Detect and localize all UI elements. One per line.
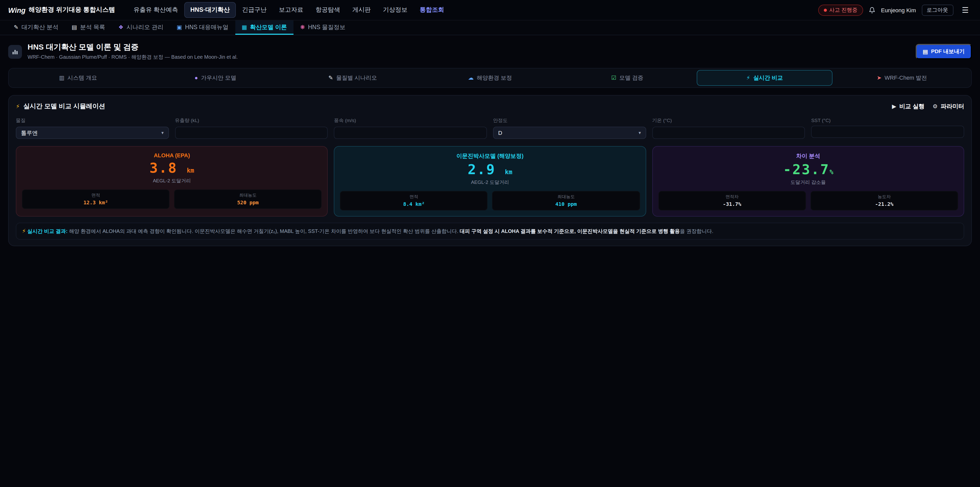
pencil-icon: ✎ <box>14 24 18 30</box>
section-tab-wrf-chem[interactable]: ➤ WRF-Chem 발전 <box>834 70 970 86</box>
tab-hns-substance-info[interactable]: ❋ HNS 물질정보 <box>293 21 352 35</box>
stat-value: 520 ppm <box>175 200 321 206</box>
result-card-lee-model: 이문진박사모델 (해양보정) 2.9 km AEGL-2 도달거리 면적 8.4… <box>334 146 646 217</box>
stat-row: 면적차 -31.7% 농도차 -21.2% <box>658 191 958 211</box>
chevron-down-icon: ▾ <box>638 130 641 135</box>
page-header: HNS 대기확산 모델 이론 및 검증 WRF-Chem · Gaussian … <box>0 35 980 66</box>
sim-header: ⚡ 실시간 모델 비교 시뮬레이션 ▶ 비교 실행 ⚙ 파라미터 <box>16 102 964 111</box>
field-label: 물질 <box>16 118 169 124</box>
tab-analysis-list[interactable]: ▤ 분석 목록 <box>65 21 112 35</box>
section-tab-label: WRF-Chem 발전 <box>885 74 927 82</box>
stat-label: 면적 <box>22 193 169 199</box>
field-sst: SST (°C) <box>811 118 964 139</box>
parameters-button[interactable]: ⚙ 파라미터 <box>932 103 964 110</box>
user-name: Eunjeong Kim <box>881 7 916 13</box>
tab-label: 분석 목록 <box>80 23 105 31</box>
logout-button[interactable]: 로그아웃 <box>921 4 953 16</box>
stat-concentration-diff: 농도차 -21.2% <box>811 191 958 211</box>
air-temp-input[interactable] <box>652 127 805 139</box>
nav-item-integrated-search[interactable]: 통합조회 <box>414 2 450 18</box>
result-card-difference: 차이 분석 -23.7% 도달거리 감소율 면적차 -31.7% 농도차 -21… <box>652 146 964 217</box>
stat-value: 410 ppm <box>493 201 639 207</box>
tab-hns-manual[interactable]: ▣ HNS 대응매뉴얼 <box>170 21 235 35</box>
pdf-export-button[interactable]: ▤ PDF 내보내기 <box>915 44 972 59</box>
incident-status-badge[interactable]: 사고 진행중 <box>818 4 863 16</box>
stat-value: 8.4 km² <box>341 201 487 207</box>
field-label: 안정도 <box>493 118 646 124</box>
nav-item-aerial-search[interactable]: 항공탐색 <box>309 2 346 18</box>
stat-max-concentration: 최대농도 410 ppm <box>492 191 640 211</box>
field-air-temp: 기온 (°C) <box>652 118 805 139</box>
page-chart-icon <box>8 45 22 59</box>
spill-volume-input[interactable] <box>175 127 328 139</box>
app-root: Wing 해양환경 위기대응 통합시스템 유출유 확산예측 HNS·대기확산 긴… <box>0 0 980 487</box>
run-comparison-button[interactable]: ▶ 비교 실행 <box>892 103 924 110</box>
stat-label: 농도차 <box>811 194 958 200</box>
app-title: 해양환경 위기대응 통합시스템 <box>29 6 115 14</box>
tab-atmos-analysis[interactable]: ✎ 대기확산 분석 <box>7 21 65 35</box>
check-icon: ☑ <box>611 75 616 81</box>
sim-title: ⚡ 실시간 모델 비교 시뮬레이션 <box>16 102 105 111</box>
rocket-icon: ➤ <box>877 75 881 81</box>
tab-label: 시나리오 관리 <box>127 23 163 31</box>
chevron-down-icon: ▾ <box>161 130 164 135</box>
section-tabs: ▥ 시스템 개요 ● 가우시안 모델 ✎ 물질별 시나리오 ☁ 해양환경 보정 … <box>8 68 972 88</box>
section-tab-gaussian-model[interactable]: ● 가우시안 모델 <box>148 70 283 86</box>
tab-dispersion-model-theory[interactable]: ▦ 확산모델 이론 <box>235 21 293 35</box>
section-tab-realtime-comparison[interactable]: ⚡ 실시간 비교 <box>697 70 832 86</box>
parameters-label: 파라미터 <box>941 103 964 110</box>
page-title: HNS 대기확산 모델 이론 및 검증 <box>27 42 238 52</box>
notification-bell-icon[interactable] <box>869 6 875 14</box>
result-card-aloha: ALOHA (EPA) 3.8 km AEGL-2 도달거리 면적 12.3 k… <box>16 146 328 217</box>
result-unit: km <box>187 167 194 174</box>
page-title-group: HNS 대기확산 모델 이론 및 검증 WRF-Chem · Gaussian … <box>27 42 238 61</box>
stat-label: 면적차 <box>659 194 805 200</box>
field-label: SST (°C) <box>811 118 964 123</box>
hamburger-menu-icon[interactable]: ☰ <box>959 5 972 15</box>
nav-item-board[interactable]: 게시판 <box>346 2 377 18</box>
stat-area: 면적 8.4 km² <box>340 191 488 211</box>
stat-value: 12.3 km² <box>22 200 169 206</box>
stat-value: -21.2% <box>811 201 958 207</box>
tab-label: HNS 물질정보 <box>308 23 345 31</box>
lightning-icon: ⚡ <box>22 228 26 234</box>
stat-label: 면적 <box>341 194 487 200</box>
incident-dot-icon <box>824 8 827 11</box>
logo-wing-icon: Wing <box>8 6 25 14</box>
section-tab-model-validation[interactable]: ☑ 모델 검증 <box>559 70 695 86</box>
page-subtitle: WRF-Chem · Gaussian Plume/Puff · ROMS · … <box>27 54 238 61</box>
result-unit: % <box>830 169 833 176</box>
result-caption: AEGL-2 도달거리 <box>22 178 322 185</box>
sst-input[interactable] <box>811 126 964 138</box>
nav-item-weather[interactable]: 기상정보 <box>377 2 414 18</box>
section-tab-label: 물질별 시나리오 <box>336 74 377 82</box>
section-tab-system-overview[interactable]: ▥ 시스템 개요 <box>10 70 146 86</box>
nav-item-reports[interactable]: 보고자료 <box>272 2 309 18</box>
substance-select[interactable]: 톨루엔 ▾ <box>16 127 169 139</box>
sim-actions: ▶ 비교 실행 ⚙ 파라미터 <box>892 103 964 110</box>
tab-label: 대기확산 분석 <box>21 23 58 31</box>
sim-title-text: 실시간 모델 비교 시뮬레이션 <box>23 102 105 111</box>
result-caption: AEGL-2 도달거리 <box>340 179 640 186</box>
tab-scenario-management[interactable]: ❖ 시나리오 관리 <box>112 21 170 35</box>
wind-speed-input[interactable] <box>334 127 487 139</box>
stability-select[interactable]: D ▾ <box>493 127 646 139</box>
nav-item-hns-dispersion[interactable]: HNS·대기확산 <box>184 2 236 18</box>
app-logo[interactable]: Wing 해양환경 위기대응 통합시스템 <box>8 6 115 14</box>
nav-item-oil-spill[interactable]: 유출유 확산예측 <box>127 2 184 18</box>
field-substance: 물질 톨루엔 ▾ <box>16 118 169 139</box>
note-text-emphasis: 대피 구역 설정 시 ALOHA 결과를 보수적 기준으로, 이문진박사모델을 … <box>460 228 680 234</box>
result-card-title: ALOHA (EPA) <box>22 152 322 158</box>
result-number: 2.9 <box>468 161 496 177</box>
stat-area: 면적 12.3 km² <box>22 190 169 209</box>
section-tab-label: 시스템 개요 <box>67 74 97 82</box>
result-unit: km <box>505 169 512 176</box>
field-wind-speed: 풍속 (m/s) <box>334 118 487 139</box>
sub-navbar: ✎ 대기확산 분석 ▤ 분석 목록 ❖ 시나리오 관리 ▣ HNS 대응매뉴얼 … <box>0 21 980 35</box>
substance-select-value: 톨루엔 <box>21 129 38 137</box>
field-stability: 안정도 D ▾ <box>493 118 646 139</box>
section-tab-substance-scenarios[interactable]: ✎ 물질별 시나리오 <box>285 70 421 86</box>
section-tab-marine-correction[interactable]: ☁ 해양환경 보정 <box>422 70 558 86</box>
nav-item-rescue[interactable]: 긴급구난 <box>236 2 272 18</box>
tab-label: HNS 대응매뉴얼 <box>185 23 228 31</box>
